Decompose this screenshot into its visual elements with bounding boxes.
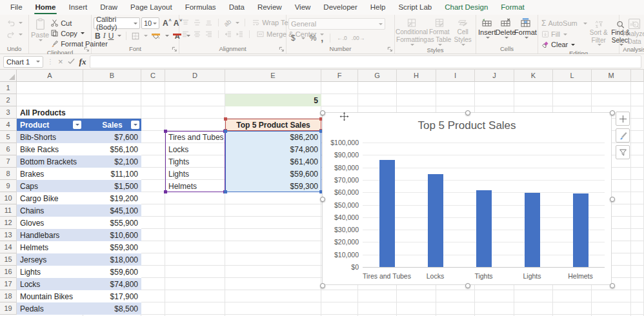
cell-product[interactable]: Bottom Brackets (17, 155, 83, 168)
alignment-dialog-launcher[interactable] (279, 46, 285, 52)
analyze-data-button[interactable]: Analyze Data (621, 17, 644, 45)
cell-sales[interactable]: $8,500 (83, 302, 141, 315)
cell-sales[interactable]: $2,100 (83, 155, 141, 168)
chart-selection-handle[interactable] (465, 283, 470, 288)
bar-chart[interactable]: Top 5 Product Sales$0$10,000$20,000$30,0… (322, 112, 612, 285)
row-header-3[interactable]: 3 (0, 106, 17, 119)
cell-product[interactable]: Mountain Bikes (17, 290, 83, 302)
cell-sales[interactable]: $59,300 (83, 241, 141, 253)
conditional-formatting-button[interactable]: Conditional Formatting (397, 17, 427, 46)
column-header-H[interactable]: H (397, 70, 436, 82)
borders-dropdown[interactable] (144, 35, 148, 37)
column-header-G[interactable]: G (358, 70, 397, 82)
row-header-4[interactable]: 4 (0, 119, 17, 131)
font-size-select[interactable]: 10 (141, 17, 159, 29)
chart-selection-handle[interactable] (610, 110, 615, 115)
enter-formula-icon[interactable] (68, 57, 75, 66)
cell-all-products-label[interactable]: All Products (17, 106, 141, 119)
row-header-12[interactable]: 12 (0, 217, 17, 229)
chart-selection-handle[interactable] (465, 110, 470, 115)
ribbon-tab-chart-design[interactable]: Chart Design (438, 0, 494, 15)
column-header-M[interactable]: M (592, 70, 631, 82)
column-header-I[interactable]: I (436, 70, 475, 82)
paste-button[interactable]: Paste (31, 17, 49, 41)
chart-filters-button[interactable] (616, 145, 630, 159)
column-header-partial[interactable] (631, 70, 644, 82)
formula-input[interactable] (90, 55, 641, 68)
cell-sales[interactable]: $7,600 (83, 131, 141, 143)
chart-selection-handle[interactable] (610, 197, 615, 202)
cell-sales[interactable]: $1,500 (83, 180, 141, 192)
ribbon-tab-data[interactable]: Data (223, 0, 251, 15)
autosum-button[interactable]: ΣAutoSum (540, 18, 589, 28)
cell-sales[interactable]: $74,800 (83, 278, 141, 290)
fill-color-dropdown[interactable] (165, 35, 169, 37)
align-bottom-icon[interactable] (205, 19, 213, 26)
align-middle-icon[interactable] (193, 19, 201, 26)
row-header-14[interactable]: 14 (0, 241, 17, 253)
number-dialog-launcher[interactable] (387, 46, 393, 52)
column-header-J[interactable]: J (475, 70, 514, 82)
percent-style-button[interactable]: % (310, 34, 317, 43)
fill-button[interactable]: Fill (540, 30, 589, 39)
cell-top5-category[interactable]: Helmets (165, 180, 225, 192)
increase-indent-icon[interactable] (236, 30, 244, 38)
ribbon-tab-file[interactable]: File (4, 0, 29, 15)
ribbon-tab-format[interactable]: Format (494, 0, 530, 15)
column-header-F[interactable]: F (321, 70, 358, 82)
cell-product[interactable]: Jerseys (17, 253, 83, 266)
decrease-indent-icon[interactable] (224, 30, 232, 38)
cell-top5-value[interactable]: $59,600 (225, 168, 321, 180)
product-filter-button[interactable] (73, 121, 81, 129)
cell-top5-header[interactable]: Top 5 Product Sales (225, 119, 321, 131)
row-header-17[interactable]: 17 (0, 278, 17, 290)
cell-product[interactable]: Bib-Shorts (17, 131, 83, 143)
cell-sales[interactable]: $55,900 (83, 217, 141, 229)
redo-button[interactable] (5, 30, 24, 39)
row-header-8[interactable]: 8 (0, 168, 17, 180)
accounting-format-dropdown[interactable] (301, 37, 305, 39)
row-header-1[interactable]: 1 (0, 82, 17, 94)
cell-styles-button[interactable]: Cell Styles (452, 17, 474, 46)
cell-product[interactable]: Bike Racks (17, 143, 83, 155)
chart-bar-tights[interactable] (476, 190, 492, 267)
cell-product[interactable]: Brakes (17, 168, 83, 180)
sort-filter-button[interactable]: Sort & Filter (590, 19, 608, 46)
row-header-7[interactable]: 7 (0, 155, 17, 168)
sales-filter-button[interactable] (131, 121, 139, 129)
chart-styles-button[interactable] (616, 128, 630, 143)
cell-sales[interactable]: $18,000 (83, 253, 141, 266)
cell-top5-category[interactable]: Locks (165, 143, 225, 155)
accounting-format-button[interactable]: $ (291, 34, 296, 43)
row-header-5[interactable]: 5 (0, 131, 17, 143)
select-all-corner[interactable] (0, 70, 17, 82)
cell-product[interactable]: Pedals (17, 302, 83, 315)
cell-sales[interactable]: $11,100 (83, 168, 141, 180)
chart-categories-range-highlight-handle[interactable] (164, 130, 167, 133)
underline-button[interactable]: U (108, 32, 114, 41)
chart-values-range-highlight-handle[interactable] (224, 190, 227, 193)
row-header-15[interactable]: 15 (0, 253, 17, 266)
decrease-decimal-button[interactable]: .00→ (352, 35, 365, 41)
ribbon-tab-insert[interactable]: Insert (62, 0, 94, 15)
chart-title-range-highlight-handle[interactable] (224, 117, 227, 121)
cell-sales[interactable]: $10,600 (83, 229, 141, 241)
cell-top5-category[interactable]: Tights (165, 155, 225, 168)
cell-product[interactable]: Gloves (17, 217, 83, 229)
font-dialog-launcher[interactable] (172, 46, 177, 52)
chart-bar-helmets[interactable] (573, 193, 589, 267)
cell-top5-value[interactable]: $74,800 (225, 143, 321, 155)
row-header-13[interactable]: 13 (0, 229, 17, 241)
chart-bar-tires-and-tubes[interactable] (379, 160, 395, 267)
cell-sales[interactable]: $19,200 (83, 192, 141, 204)
row-header-10[interactable]: 10 (0, 192, 17, 204)
italic-button[interactable]: I (103, 31, 106, 41)
orientation-dropdown[interactable] (236, 22, 239, 24)
cell-top-n[interactable]: 5 (225, 94, 321, 106)
ribbon-tab-script-lab[interactable]: Script Lab (392, 0, 438, 15)
name-box[interactable]: Chart 1 (3, 56, 43, 68)
align-left-icon[interactable] (181, 30, 190, 38)
cell-top5-value[interactable]: $86,200 (225, 131, 321, 143)
row-header-9[interactable]: 9 (0, 180, 17, 192)
chart-elements-button[interactable] (616, 112, 630, 126)
